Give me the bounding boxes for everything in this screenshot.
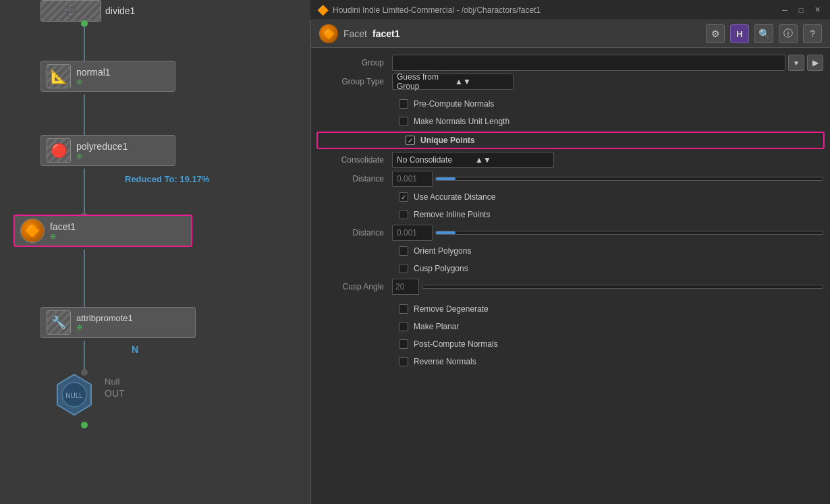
distance-label: Distance: [318, 174, 392, 184]
cusp-angle-label: Cusp Angle: [318, 282, 392, 291]
group-label: Group: [318, 58, 392, 67]
consolidate-dropdown[interactable]: No Consolidate ▲▼: [392, 152, 554, 168]
consolidate-value: No Consolidate: [397, 155, 471, 165]
properties-content: Group ▼ ▶ Group Type Guess from Group ▲▼…: [311, 48, 830, 504]
facet1-status: ⊕: [50, 232, 76, 241]
orient-polygons-row: Orient Polygons: [311, 242, 830, 260]
null-node[interactable]: NULL: [51, 371, 98, 420]
group-type-row: Group Type Guess from Group ▲▼: [311, 72, 830, 91]
maximize-button[interactable]: □: [795, 4, 807, 16]
reverse-normals-checkbox[interactable]: [399, 357, 408, 366]
distance2-slider[interactable]: [435, 231, 823, 235]
divide1-label: divide1: [105, 5, 135, 16]
connector-facet-attrib: [84, 250, 85, 314]
make-normals-unit-length-label: Make Normals Unit Length: [414, 117, 509, 126]
connector-attrib-null: [84, 341, 85, 371]
node-graph[interactable]: ➗ divide1 📐 normal1 ⊕ 🔴 polyreduce1 ⊕ Re…: [0, 0, 310, 504]
unique-points-checkbox[interactable]: [406, 136, 415, 145]
polyreduce1-status: ⊕: [76, 152, 128, 161]
reverse-normals-row: Reverse Normals: [311, 353, 830, 370]
remove-degenerate-checkbox[interactable]: [399, 304, 408, 314]
group-input[interactable]: [392, 55, 785, 71]
group-row: Group ▼ ▶: [311, 53, 830, 72]
info-button[interactable]: ⓘ: [779, 24, 798, 43]
distance2-label: Distance: [318, 228, 392, 237]
reduced-to-label: Reduced To: 19.17%: [125, 174, 209, 184]
group-type-label: Group Type: [318, 77, 392, 86]
make-planar-label: Make Planar: [414, 322, 459, 331]
gear-button[interactable]: ⚙: [706, 24, 725, 43]
post-compute-normals-checkbox[interactable]: [399, 339, 408, 349]
attribpromote1-node[interactable]: 🔧 attribpromote1 ⊕: [40, 307, 196, 338]
use-accurate-distance-row: Use Accurate Distance: [311, 188, 830, 206]
distance-input[interactable]: [392, 171, 433, 187]
info-icon: ⓘ: [783, 28, 793, 40]
group-type-arrow-icon: ▲▼: [455, 77, 509, 86]
svg-text:NULL: NULL: [65, 392, 83, 399]
cusp-polygons-row: Cusp Polygons: [311, 260, 830, 277]
group-input-wrapper: ▼ ▶: [392, 55, 823, 71]
group-dropdown-button[interactable]: ▼: [788, 55, 804, 71]
gear-icon: ⚙: [711, 28, 720, 39]
group-type-value: Guess from Group: [397, 72, 451, 91]
unique-points-label: Unique Points: [420, 136, 475, 145]
help-button[interactable]: ?: [803, 24, 822, 43]
polyreduce1-icon: 🔴: [47, 138, 71, 163]
minimize-button[interactable]: ─: [779, 4, 791, 16]
distance2-slider-fill: [436, 231, 455, 234]
facet1-node[interactable]: 🔶 facet1 ⊕: [13, 215, 192, 247]
orient-polygons-label: Orient Polygons: [414, 246, 471, 256]
remove-degenerate-row: Remove Degenerate: [311, 300, 830, 318]
remove-inline-points-label: Remove Inline Points: [414, 210, 490, 219]
facet-type-label: Facet: [343, 28, 367, 39]
distance2-input[interactable]: [392, 225, 433, 241]
cusp-polygons-checkbox[interactable]: [399, 264, 408, 273]
cusp-angle-slider[interactable]: [422, 285, 823, 289]
make-planar-checkbox[interactable]: [399, 322, 408, 331]
reverse-normals-label: Reverse Normals: [414, 357, 476, 366]
distance-slider-fill: [436, 177, 455, 180]
null-hex-icon: NULL: [51, 371, 98, 418]
window-title: Houdini Indie Limited-Commercial - /obj/…: [333, 5, 775, 15]
attribpromote1-icon: 🔧: [47, 310, 71, 335]
n-attribute-label: N: [132, 344, 138, 355]
orient-polygons-checkbox[interactable]: [399, 246, 408, 256]
cusp-angle-input[interactable]: [392, 279, 419, 295]
search-button[interactable]: 🔍: [754, 24, 773, 43]
connector-divide-normal: [84, 26, 85, 66]
attribpromote1-status: ⊕: [76, 323, 133, 332]
cusp-polygons-label: Cusp Polygons: [414, 264, 468, 273]
consolidate-label: Consolidate: [318, 155, 392, 165]
pre-compute-normals-row: Pre-Compute Normals: [311, 95, 830, 113]
use-accurate-distance-label: Use Accurate Distance: [414, 192, 495, 202]
distance2-row: Distance: [311, 223, 830, 242]
connector-polyreduce-facet: [84, 169, 85, 216]
group-arrow-button[interactable]: ▶: [807, 55, 823, 71]
close-button[interactable]: ✕: [811, 4, 823, 16]
group-type-dropdown[interactable]: Guess from Group ▲▼: [392, 74, 514, 90]
facet-node-name: facet1: [372, 28, 399, 39]
pre-compute-normals-checkbox[interactable]: [399, 99, 408, 109]
houdini-help-button[interactable]: H: [730, 24, 749, 43]
remove-inline-points-checkbox[interactable]: [399, 210, 408, 219]
pre-compute-normals-label: Pre-Compute Normals: [414, 99, 494, 109]
facet-header: 🔶 Facet facet1 ⚙ H 🔍 ⓘ ?: [311, 20, 830, 48]
search-icon: 🔍: [758, 28, 770, 39]
connector-normal-polyreduce: [84, 94, 85, 138]
polyreduce1-node[interactable]: 🔴 polyreduce1 ⊕: [40, 135, 175, 166]
distance-slider[interactable]: [435, 177, 823, 181]
divide1-node[interactable]: ➗ divide1: [40, 0, 135, 22]
make-normals-unit-length-checkbox[interactable]: [399, 117, 408, 126]
post-compute-normals-row: Post-Compute Normals: [311, 335, 830, 353]
distance-row: Distance: [311, 169, 830, 188]
divide1-icon: ➗: [40, 0, 101, 22]
houdini-icon: H: [736, 29, 742, 39]
window-chrome: 🔶 Houdini Indie Limited-Commercial - /ob…: [310, 0, 830, 20]
null-label-text: Null: [105, 376, 119, 387]
consolidate-arrow-icon: ▲▼: [475, 155, 549, 165]
out-label-text: OUT: [105, 388, 125, 399]
normal1-node[interactable]: 📐 normal1 ⊕: [40, 61, 175, 92]
make-planar-row: Make Planar: [311, 318, 830, 335]
null-output-dot: [81, 422, 88, 428]
use-accurate-distance-checkbox[interactable]: [399, 192, 408, 202]
